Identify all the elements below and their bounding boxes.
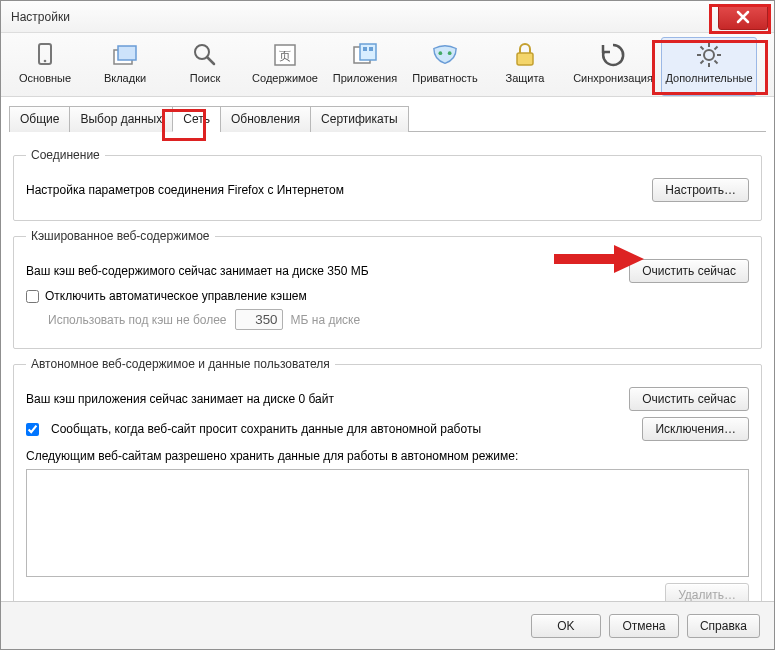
svg-point-15 xyxy=(704,50,714,60)
svg-line-22 xyxy=(715,47,718,50)
cache-limit-prefix: Использовать под кэш не более xyxy=(48,313,227,327)
connection-legend: Соединение xyxy=(26,148,105,162)
connection-group: Соединение Настройка параметров соединен… xyxy=(13,148,762,221)
connection-text: Настройка параметров соединения Firefox … xyxy=(26,183,344,197)
tab-network[interactable]: Сеть xyxy=(172,106,221,132)
cache-group: Кэшированное веб-содержимое Ваш кэш веб-… xyxy=(13,229,762,349)
search-icon xyxy=(192,42,218,68)
tab-strip: Общие Выбор данных Сеть Обновления Серти… xyxy=(9,105,766,132)
tab-certificates[interactable]: Сертификаты xyxy=(310,106,409,132)
settings-window: Настройки Основные Вкладки Поиск 页 Содер… xyxy=(0,0,775,650)
svg-rect-3 xyxy=(118,46,136,60)
svg-rect-11 xyxy=(369,47,373,51)
window-title: Настройки xyxy=(11,10,70,24)
mask-icon xyxy=(432,42,458,68)
device-icon xyxy=(32,42,58,68)
toolbar-general[interactable]: Основные xyxy=(5,37,85,96)
offline-sites-listbox[interactable] xyxy=(26,469,749,577)
toolbar-tabs[interactable]: Вкладки xyxy=(85,37,165,96)
offline-list-label: Следующим веб-сайтам разрешено хранить д… xyxy=(26,449,518,463)
cache-legend: Кэшированное веб-содержимое xyxy=(26,229,215,243)
tab-general[interactable]: Общие xyxy=(9,106,70,132)
gear-icon xyxy=(696,42,722,68)
svg-point-13 xyxy=(448,51,452,55)
content-icon: 页 xyxy=(272,42,298,68)
cache-clear-button[interactable]: Очистить сейчас xyxy=(629,259,749,283)
dialog-button-bar: OK Отмена Справка xyxy=(1,601,774,649)
tabs-icon xyxy=(112,42,138,68)
lock-icon xyxy=(512,42,538,68)
svg-line-23 xyxy=(701,61,704,64)
titlebar: Настройки xyxy=(1,1,774,33)
offline-legend: Автономное веб-содержимое и данные польз… xyxy=(26,357,335,371)
tab-data-choices[interactable]: Выбор данных xyxy=(69,106,173,132)
toolbar-content[interactable]: 页 Содержимое xyxy=(245,37,325,96)
toolbar-sync[interactable]: Синхронизация xyxy=(565,37,661,96)
close-icon xyxy=(736,10,750,24)
cache-override-label: Отключить автоматическое управление кэше… xyxy=(45,289,307,303)
ok-button[interactable]: OK xyxy=(531,614,601,638)
sync-icon xyxy=(600,42,626,68)
connection-settings-button[interactable]: Настроить… xyxy=(652,178,749,202)
svg-line-20 xyxy=(701,47,704,50)
offline-exceptions-button[interactable]: Исключения… xyxy=(642,417,749,441)
cancel-button[interactable]: Отмена xyxy=(609,614,679,638)
toolbar-privacy[interactable]: Приватность xyxy=(405,37,485,96)
svg-rect-9 xyxy=(360,44,376,60)
cache-usage-text: Ваш кэш веб-содержимого сейчас занимает … xyxy=(26,264,369,278)
apps-icon xyxy=(352,42,378,68)
offline-notify-checkbox[interactable] xyxy=(26,423,39,436)
offline-usage-text: Ваш кэш приложения сейчас занимает на ди… xyxy=(26,392,334,406)
network-panel: Соединение Настройка параметров соединен… xyxy=(1,132,774,636)
svg-line-5 xyxy=(207,57,214,64)
close-button[interactable] xyxy=(718,4,768,30)
help-button[interactable]: Справка xyxy=(687,614,760,638)
offline-group: Автономное веб-содержимое и данные польз… xyxy=(13,357,762,620)
svg-rect-10 xyxy=(363,47,367,51)
svg-text:页: 页 xyxy=(279,49,291,63)
toolbar-advanced[interactable]: Дополнительные xyxy=(661,37,757,96)
svg-rect-14 xyxy=(517,53,533,65)
toolbar-security[interactable]: Защита xyxy=(485,37,565,96)
svg-point-12 xyxy=(439,51,443,55)
toolbar-search[interactable]: Поиск xyxy=(165,37,245,96)
svg-line-21 xyxy=(715,61,718,64)
cache-limit-suffix: МБ на диске xyxy=(291,313,361,327)
svg-point-1 xyxy=(44,60,47,63)
cache-override-checkbox[interactable] xyxy=(26,290,39,303)
offline-clear-button[interactable]: Очистить сейчас xyxy=(629,387,749,411)
offline-notify-label: Сообщать, когда веб-сайт просит сохранит… xyxy=(51,422,481,436)
cache-limit-input[interactable] xyxy=(235,309,283,330)
toolbar-applications[interactable]: Приложения xyxy=(325,37,405,96)
tab-updates[interactable]: Обновления xyxy=(220,106,311,132)
category-toolbar: Основные Вкладки Поиск 页 Содержимое Прил… xyxy=(1,33,774,97)
